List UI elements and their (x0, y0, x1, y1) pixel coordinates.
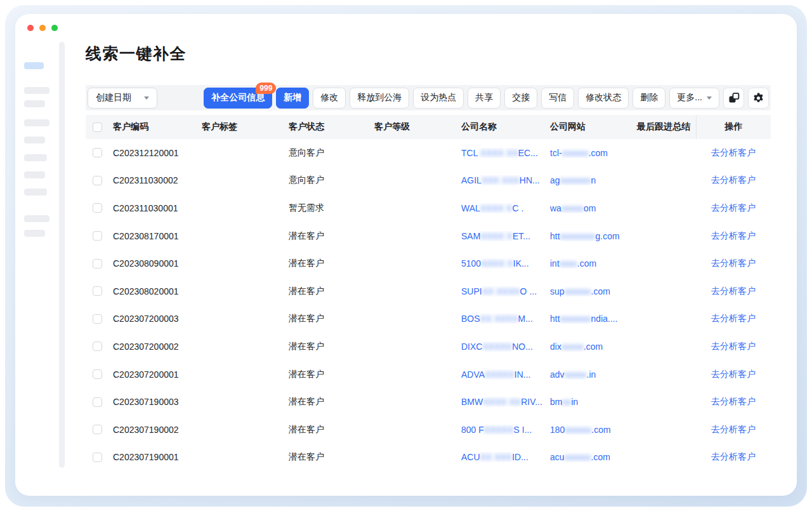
company-website-link[interactable]: waxxxxxom (550, 203, 637, 213)
column-header-code[interactable]: 客户编码 (113, 121, 202, 133)
close-window-icon[interactable] (27, 25, 34, 31)
company-name: IK... (513, 258, 529, 269)
settings-gear-button[interactable] (748, 88, 769, 109)
customer-code: C202307200002 (113, 342, 202, 352)
column-header-company[interactable]: 公司名称 (461, 121, 550, 133)
column-header-summary[interactable]: 最后跟进总结 (637, 121, 696, 133)
company-website-masked: xxxxx (561, 342, 584, 352)
row-checkbox[interactable] (93, 259, 102, 269)
action-cell: 去分析客户 (696, 333, 771, 361)
analyze-customer-link[interactable]: 去分析客户 (711, 451, 756, 463)
column-header-action[interactable]: 操作 (696, 115, 771, 139)
sidebar-divider (59, 42, 65, 468)
column-header-website[interactable]: 公司网站 (550, 121, 637, 133)
company-name: 800 F (461, 425, 484, 435)
company-name-masked: XXXX X (480, 231, 513, 241)
row-checkbox[interactable] (93, 231, 102, 241)
sidebar-skeleton-bar (24, 136, 45, 143)
row-checkbox-cell (86, 314, 113, 324)
company-website-link[interactable]: advxxxxx.in (550, 369, 637, 380)
swap-squares-button[interactable] (723, 88, 744, 109)
company-name-link[interactable]: SAMXXXX XET... (461, 231, 550, 241)
toolbar-button[interactable]: 设为热点 (413, 88, 464, 109)
row-checkbox[interactable] (93, 342, 102, 351)
company-name-link[interactable]: BOSXX XXXXM... (461, 314, 550, 324)
company-name-link[interactable]: 800 FXXXXXS I... (461, 425, 550, 435)
company-name-masked: XXXXX (485, 369, 514, 380)
company-website-link[interactable]: intxxxx.com (550, 258, 637, 269)
toolbar-button[interactable]: 更多... (669, 88, 719, 109)
column-header-tag[interactable]: 客户标签 (202, 121, 289, 133)
company-website-link[interactable]: httxxxxxxxxg.com (550, 231, 637, 241)
company-name: C . (512, 203, 523, 213)
company-website-link[interactable]: dixxxxxx.com (550, 342, 637, 352)
company-website: adv (550, 369, 565, 380)
row-checkbox[interactable] (93, 203, 102, 213)
toolbar-button[interactable]: 修改状态 (578, 88, 629, 109)
company-name-link[interactable]: ACUXX XXXID... (461, 452, 550, 462)
company-name-link[interactable]: TCL XXXX XXEC... (461, 148, 550, 158)
analyze-customer-link[interactable]: 去分析客户 (711, 286, 756, 297)
date-filter-select[interactable]: 创建日期 (88, 88, 157, 109)
row-checkbox[interactable] (93, 286, 102, 296)
maximize-window-icon[interactable] (51, 25, 58, 31)
analyze-customer-link[interactable]: 去分析客户 (711, 258, 756, 269)
analyze-customer-link[interactable]: 去分析客户 (711, 202, 756, 214)
toolbar-button[interactable]: 补全公司信息999 (204, 88, 272, 109)
company-website-link[interactable]: bmxxin (550, 397, 637, 407)
company-name-link[interactable]: WALXXXX XC . (461, 203, 550, 213)
row-checkbox[interactable] (93, 453, 102, 462)
toolbar-button[interactable]: 修改 (313, 88, 346, 109)
select-all-checkbox[interactable] (93, 123, 102, 132)
company-website-link[interactable]: acuxxxxxx.com (550, 452, 637, 462)
action-cell: 去分析客户 (696, 139, 771, 167)
company-website: .com (577, 258, 596, 269)
toolbar-button[interactable]: 写信 (541, 88, 574, 109)
row-checkbox[interactable] (93, 314, 102, 324)
sidebar-skeleton-bar (24, 189, 47, 196)
minimize-window-icon[interactable] (39, 25, 46, 31)
analyze-customer-link[interactable]: 去分析客户 (711, 230, 756, 242)
action-cell: 去分析客户 (696, 416, 771, 444)
toolbar-button[interactable]: 释放到公海 (350, 88, 409, 109)
company-name: RIV... (521, 397, 542, 407)
toolbar-button[interactable]: 新增 (276, 88, 309, 109)
company-website-link[interactable]: 180xxxxxx.com (550, 425, 637, 435)
action-cell: 去分析客户 (696, 361, 771, 388)
toolbar-button-group: 补全公司信息999新增修改释放到公海设为热点共享交接写信修改状态删除更多... (204, 88, 769, 109)
analyze-customer-link[interactable]: 去分析客户 (711, 175, 756, 186)
analyze-customer-link[interactable]: 去分析客户 (711, 341, 756, 352)
company-website-link[interactable]: supxxxxxx.com (550, 286, 637, 296)
company-name-link[interactable]: SUPIXX XXXXO ... (461, 286, 550, 296)
analyze-customer-link[interactable]: 去分析客户 (711, 313, 756, 324)
customer-status: 潜在客户 (289, 451, 374, 463)
row-checkbox[interactable] (93, 397, 102, 407)
customer-status: 意向客户 (289, 175, 374, 186)
toolbar-button[interactable]: 交接 (504, 88, 537, 109)
toolbar-button[interactable]: 删除 (632, 88, 665, 109)
row-checkbox[interactable] (93, 148, 102, 157)
column-header-status[interactable]: 客户状态 (289, 121, 374, 133)
company-name-link[interactable]: DIXCXXXXXNO... (461, 342, 550, 352)
company-name-link[interactable]: BMWXXXX XXRIV... (461, 397, 550, 407)
sidebar-skeleton-bar (24, 100, 45, 107)
company-website: .in (587, 369, 596, 380)
row-checkbox[interactable] (93, 369, 102, 379)
row-checkbox[interactable] (93, 176, 102, 185)
toolbar-button[interactable]: 共享 (468, 88, 501, 109)
table-row: C202307200001潜在客户ADVAXXXXXIN...advxxxxx.… (86, 361, 771, 388)
company-name-link[interactable]: 5100XXXX XIK... (461, 258, 550, 269)
analyze-customer-link[interactable]: 去分析客户 (711, 396, 756, 408)
company-website: .com (591, 286, 610, 296)
analyze-customer-link[interactable]: 去分析客户 (711, 147, 756, 159)
row-checkbox[interactable] (93, 425, 102, 434)
company-website-link[interactable]: httxxxxxxxndia.... (550, 314, 637, 324)
company-name-link[interactable]: ADVAXXXXXIN... (461, 369, 550, 380)
company-name-link[interactable]: AGILXXX XXXHN... (461, 175, 550, 185)
company-website-link[interactable]: tcl-xxxxxx.com (550, 148, 637, 158)
company-name-masked: XXXXX (482, 342, 512, 352)
company-website-link[interactable]: agxxxxxxxn (550, 175, 637, 185)
column-header-level[interactable]: 客户等级 (374, 121, 461, 133)
analyze-customer-link[interactable]: 去分析客户 (711, 369, 756, 380)
analyze-customer-link[interactable]: 去分析客户 (711, 424, 756, 435)
